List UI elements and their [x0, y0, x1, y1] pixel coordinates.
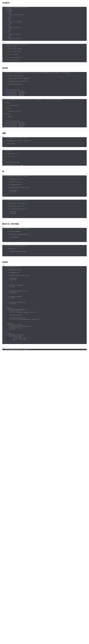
- line-number: 15: [2, 195, 6, 197]
- code-line: 15}: [2, 195, 87, 197]
- code-line: 14class=class="str">"cm">// Hello Java: [2, 90, 87, 92]
- code-content: case 5:: [6, 24, 10, 25]
- line-number: 40: [2, 321, 6, 323]
- code-content: if (this == o) return true;: [6, 310, 22, 312]
- code-line: 51 class="str">"name='" + name + '\'' +: [2, 337, 87, 338]
- line-number: 7: [2, 274, 6, 276]
- code-content: }: [6, 330, 8, 331]
- code-content: fun func(value: Int): Int {: [6, 153, 18, 154]
- code-line: 23 return age;: [2, 297, 87, 299]
- code-content: @Override: [6, 307, 12, 308]
- line-number: 1: [2, 200, 6, 201]
- line-number: 18: [2, 123, 6, 124]
- line-number: 11: [2, 86, 6, 88]
- line-number: 13: [2, 61, 6, 62]
- line-number: 6: [2, 252, 6, 254]
- code-content: class="kw">public int age;: [6, 272, 19, 273]
- code-content: }: [6, 287, 8, 289]
- line-number: 16: [2, 120, 6, 122]
- line-number: 7: [2, 80, 6, 82]
- code-line: 8: [2, 210, 87, 211]
- code-line: 7}: [2, 146, 87, 147]
- code-line: 22 default:: [2, 36, 87, 38]
- line-number: 5: [2, 12, 6, 14]
- line-number: 48: [2, 333, 6, 334]
- code-content: !it.contains(class="str">"C"): [6, 110, 21, 112]
- watermark: — AndroidOpen: [2, 345, 87, 346]
- lang-label: Kotlin: [2, 148, 87, 150]
- line-number: 24: [2, 299, 6, 300]
- section: 流水线Java1List<String> list = Arrays.asLis…: [0, 65, 89, 130]
- code-content: '}';: [6, 340, 15, 341]
- code-content: break;: [6, 35, 12, 36]
- code-line: 8: [2, 276, 87, 278]
- line-number: 7: [2, 158, 6, 160]
- code-content: this.age = age;: [6, 279, 16, 280]
- line-number: 8: [2, 276, 6, 278]
- code-line: 2: [2, 246, 87, 248]
- line-number: 4: [2, 76, 6, 78]
- code-line: 11 }: [2, 86, 87, 88]
- code-line: 28 }: [2, 304, 87, 306]
- line-number: 8: [2, 82, 6, 83]
- section-title: 函数: [2, 132, 87, 134]
- code-line: 8: [2, 185, 87, 187]
- code-block: 1class="kw">public class="kw">final clas…: [2, 176, 87, 197]
- code-line: 20 grade = class="str">"Fail";: [2, 34, 87, 35]
- code-content: return new Manager();: [6, 236, 19, 238]
- line-number: 3: [2, 231, 6, 232]
- code-line: 8: [2, 109, 87, 110]
- line-number: 27: [2, 303, 6, 304]
- code-content: }: [6, 119, 6, 120]
- code-line: 3fun func(value: Int): Int {: [2, 153, 87, 154]
- line-number: 12: [2, 215, 6, 217]
- code-content: class="kw">public class="kw">final class…: [6, 228, 29, 229]
- code-line: 6 grade = class="str">"Excellent";: [2, 14, 87, 15]
- code-content: var list = arrayOf(class="str">"Java", c…: [6, 99, 62, 100]
- code-line: 1class Person class="kw">private constru…: [2, 200, 87, 201]
- code-line: 37 if (age != person.age) return false;: [2, 317, 87, 318]
- lang-label: Java: [2, 264, 87, 266]
- code-content: class=class="str">"cm">// Hello Java: [6, 90, 24, 92]
- line-number: 12: [2, 60, 6, 61]
- code-content: List<String> list = Arrays.asList(class=…: [6, 72, 69, 74]
- code-line: 16class=class="str">"cm">// Hello Kotlin: [2, 93, 87, 95]
- code-block: 1var list = arrayOf(class="str">"Java", …: [2, 99, 87, 128]
- code-line: 11}.forEach {: [2, 113, 87, 115]
- code-content: if (o == null || getClass() != o.getClas…: [6, 312, 36, 313]
- code-line: 6: [2, 106, 87, 108]
- code-line: 11: [2, 58, 87, 60]
- code-line: 20 }: [2, 293, 87, 294]
- line-number: 5: [2, 272, 6, 273]
- line-number: 1: [2, 72, 6, 74]
- code-line: 7 class="kw">public Person(String name, …: [2, 274, 87, 276]
- code-content: }: [6, 341, 8, 342]
- code-line: 5 class="str">"Hello $it": [2, 105, 87, 106]
- code-content: class=class="str">"cm">// Hello Kotlin: [6, 124, 24, 126]
- code-line: 10 this.age = age: [2, 212, 87, 214]
- code-line: 17: [2, 289, 87, 290]
- code-content: class=class="str">"cm">// 输出: [6, 89, 19, 90]
- line-number: 19: [2, 32, 6, 34]
- code-line: 3switch (score) {: [2, 10, 87, 11]
- line-number: 15: [2, 119, 6, 120]
- code-line: 13: [2, 192, 87, 194]
- code-line: 9 case 7:: [2, 18, 87, 20]
- code-line: 4: [2, 249, 87, 251]
- code-content: case 9:: [6, 12, 10, 14]
- line-number: 9: [2, 55, 6, 56]
- line-number: 9: [2, 110, 6, 112]
- code-content: String grade;: [6, 8, 12, 10]
- line-number: 4: [2, 180, 6, 181]
- line-number: 47: [2, 331, 6, 333]
- line-number: 5: [2, 156, 6, 157]
- line-number: 11: [2, 21, 6, 22]
- line-number: 1: [2, 137, 6, 138]
- code-content: case 4:: [6, 25, 10, 27]
- line-number: 7: [2, 52, 6, 54]
- line-number: 1: [2, 245, 6, 246]
- line-number: 10: [2, 112, 6, 113]
- code-content: }.filter {: [6, 108, 10, 109]
- line-number: 46: [2, 330, 6, 331]
- section: 开关语句Java1int score = class=class="str">"…: [0, 0, 89, 65]
